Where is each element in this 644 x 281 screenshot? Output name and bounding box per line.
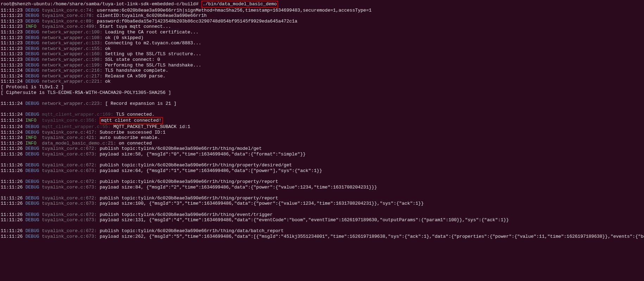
- log-level: DEBUG: [25, 146, 39, 151]
- log-line: 11:11:23 DEBUG network_wrapper.c:108: ok…: [1, 35, 643, 41]
- timestamp: 11:11:24: [1, 124, 23, 129]
- log-message: publish topic:tylink/6c020b8eae3a690e66r…: [100, 212, 273, 217]
- timestamp: 11:11:24: [1, 130, 23, 135]
- source-file: tuyalink_core.c:672:: [42, 228, 97, 234]
- source-file: network_wrapper.c:100:: [42, 30, 102, 35]
- log-message: payload size:131, {"msgId":"4","time":16…: [100, 217, 509, 223]
- source-file: tuyalink_core.c:421:: [42, 135, 97, 140]
- log-level: DEBUG: [25, 112, 39, 117]
- log-level: INFO: [25, 24, 36, 29]
- timestamp: 11:11:26: [1, 212, 23, 217]
- log-line: 11:11:24 DEBUG network_wrapper.c:221: ok: [1, 79, 643, 84]
- blank-line: [1, 206, 643, 212]
- prompt-line: root@shenzh-ubuntu:/home/share/samba/tuy…: [1, 1, 643, 8]
- shell-prompt: root@shenzh-ubuntu:/home/share/samba/tuy…: [1, 1, 199, 7]
- timestamp: 11:11:26: [1, 152, 23, 157]
- log-message: Performing the SSL/TLS handshake...: [105, 63, 201, 68]
- log-line: 11:11:23 DEBUG tuyalink_core.c:74: usern…: [1, 8, 643, 13]
- log-line: 11:11:24 DEBUG network_wrapper.c:216: TL…: [1, 68, 643, 74]
- log-message: Connecting to m2.tuyacn.com/8883...: [105, 40, 201, 46]
- timestamp: 11:11:23: [1, 13, 23, 18]
- log-line: 11:11:24 DEBUG mqtt_client_wrapper.c:55:…: [1, 124, 643, 130]
- timestamp: 11:11:23: [1, 8, 23, 13]
- timestamp: 11:11:26: [1, 228, 23, 234]
- blank-line: [1, 190, 643, 196]
- source-file: network_wrapper.c:216:: [42, 68, 102, 73]
- source-file: mqtt_client_wrapper.c:55:: [42, 124, 111, 129]
- source-file: network_wrapper.c:155:: [42, 46, 102, 51]
- source-file: network_wrapper.c:221:: [42, 79, 102, 84]
- timestamp: 11:11:24: [1, 74, 23, 79]
- log-message: payload size:100, {"msgId":"3","time":16…: [100, 201, 424, 206]
- timestamp: 11:11:26: [1, 217, 23, 223]
- log-message: ok: [105, 46, 111, 51]
- source-file: network_wrapper.c:223:: [42, 101, 102, 106]
- log-line: 11:11:24 DEBUG mqtt_client_wrapper.c:169…: [1, 112, 643, 117]
- terminal-output[interactable]: root@shenzh-ubuntu:/home/share/samba/tuy…: [1, 1, 643, 240]
- timestamp: 11:11:23: [1, 63, 23, 68]
- blank-line: [1, 157, 643, 163]
- log-level: DEBUG: [25, 124, 39, 129]
- log-message: payload size:64, {"msgId":"1","time":163…: [100, 168, 322, 173]
- log-level: DEBUG: [25, 30, 39, 35]
- log-line: 11:11:26 DEBUG tuyalink_core.c:673: payl…: [1, 234, 643, 240]
- timestamp: 11:11:26: [1, 146, 23, 151]
- log-message: password:f0ba6eda15e71423548b203b86cc329…: [97, 19, 298, 24]
- source-file: tuyalink_core.c:499:: [42, 24, 97, 29]
- connected-highlight: mqtt client connected!: [100, 117, 163, 124]
- log-line: 11:11:24 INFO tuyalink_core.c:421: auto …: [1, 135, 643, 141]
- source-file: network_wrapper.c:199:: [42, 63, 102, 68]
- log-line: 11:11:26 DEBUG tuyalink_core.c:672: publ…: [1, 228, 643, 234]
- log-message: on connected: [119, 141, 152, 146]
- log-level: DEBUG: [25, 57, 39, 62]
- log-line: 11:11:26 DEBUG tuyalink_core.c:672: publ…: [1, 146, 643, 152]
- log-level: DEBUG: [25, 162, 39, 168]
- source-file: data_model_basic_demo.c:21:: [42, 141, 116, 146]
- source-file: tuyalink_core.c:673:: [42, 185, 97, 190]
- log-line: 11:11:26 DEBUG tuyalink_core.c:673: payl…: [1, 201, 643, 206]
- log-line: 11:11:23 DEBUG network_wrapper.c:100: Lo…: [1, 30, 643, 35]
- source-file: tuyalink_core.c:673:: [42, 168, 97, 173]
- log-level: DEBUG: [25, 185, 39, 190]
- log-level: DEBUG: [25, 68, 39, 73]
- log-message: publish topic:tylink/6c020b8eae3a690e66r…: [100, 228, 284, 234]
- timestamp: 11:11:23: [1, 19, 23, 24]
- log-message: ok: [105, 79, 111, 84]
- timestamp: 11:11:23: [1, 40, 23, 46]
- source-file: network_wrapper.c:217:: [42, 74, 102, 79]
- log-message: Start tuya mqtt connect...: [100, 24, 171, 29]
- log-message: auto subscribe enable.: [100, 135, 160, 140]
- log-level: DEBUG: [25, 228, 39, 234]
- log-message: payload size:262, {"msgId":"5","time":16…: [100, 234, 644, 239]
- protocol-info: [ Protocol is TLSv1.2 ]: [1, 84, 643, 90]
- log-message: publish topic:tylink/6c020b8eae3a690e66r…: [100, 179, 278, 184]
- source-file: tuyalink_core.c:78:: [42, 13, 94, 18]
- timestamp: 11:11:26: [1, 185, 23, 190]
- log-level: DEBUG: [25, 13, 39, 18]
- log-message: payload size:58, {"msgId":"0","time":163…: [100, 152, 306, 157]
- timestamp: 11:11:24: [1, 101, 23, 106]
- timestamp: 11:11:24: [1, 118, 23, 123]
- log-message: clientID:tuyalink_6c020b8eae3a690e66rr1h: [97, 13, 207, 18]
- log-message: publish topic:tylink/6c020b8eae3a690e66r…: [100, 146, 262, 151]
- log-message: payload size:84, {"msgId":"2","time":163…: [100, 185, 377, 190]
- log-level: DEBUG: [25, 8, 39, 13]
- timestamp: 11:11:24: [1, 135, 23, 140]
- log-message: TLS handshake complete.: [105, 68, 168, 73]
- source-file: network_wrapper.c:133:: [42, 40, 102, 46]
- timestamp: 11:11:23: [1, 30, 23, 35]
- log-line: 11:11:26 DEBUG tuyalink_core.c:673: payl…: [1, 152, 643, 157]
- timestamp: 11:11:24: [1, 79, 23, 84]
- log-line: 11:11:23 DEBUG network_wrapper.c:160: Se…: [1, 51, 643, 57]
- log-level: DEBUG: [25, 179, 39, 184]
- log-level: DEBUG: [25, 63, 39, 68]
- timestamp: 11:11:26: [1, 168, 23, 173]
- log-line: 11:11:26 DEBUG tuyalink_core.c:673: payl…: [1, 168, 643, 174]
- log-level: DEBUG: [25, 168, 39, 173]
- log-message: SSL state connect: 0: [105, 57, 160, 62]
- log-message: TLS connected.: [116, 112, 155, 117]
- log-message: Setting up the SSL/TLS structure...: [105, 51, 201, 57]
- source-file: mqtt_client_wrapper.c:169:: [42, 112, 113, 117]
- log-level: INFO: [25, 118, 36, 123]
- log-line: 11:11:26 DEBUG tuyalink_core.c:673: payl…: [1, 185, 643, 190]
